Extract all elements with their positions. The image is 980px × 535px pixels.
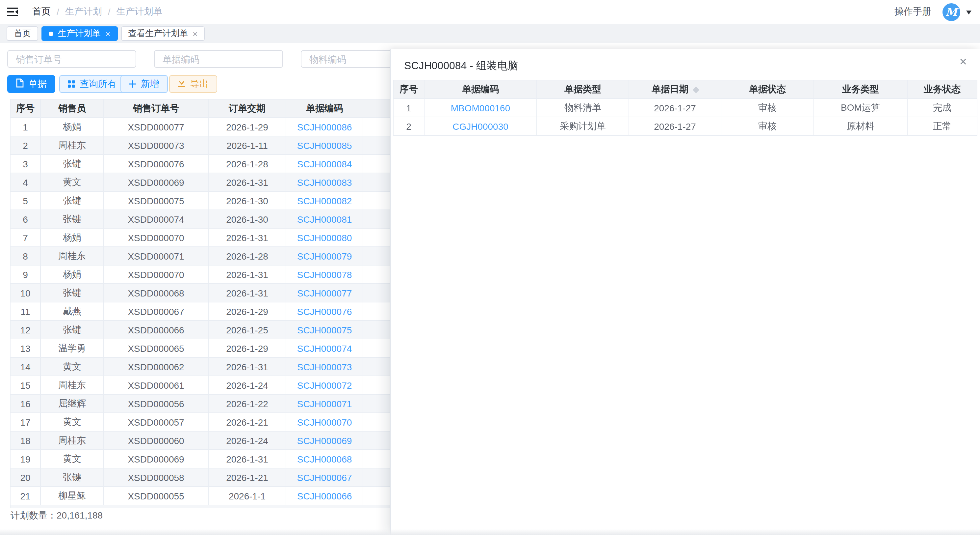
collapse-menu-icon[interactable]	[7, 7, 18, 16]
table-row: 10张键XSDD0000682026-1-31SCJH000077	[10, 284, 396, 302]
panel-table-body: 1MBOM000160物料清单2026-1-27审核BOM运算完成2CGJH00…	[393, 99, 977, 136]
tab-close-icon[interactable]: ×	[105, 29, 110, 38]
add-label: 新增	[141, 78, 159, 90]
panel-close-icon[interactable]: ×	[959, 55, 967, 68]
doc-button-label: 单据	[28, 78, 47, 90]
doc-code-link[interactable]: SCJH000079	[297, 251, 352, 261]
plus-icon	[129, 79, 136, 89]
table-row: 20张键XSDD0000582026-1-21SCJH000067	[10, 468, 396, 487]
doc-code-link[interactable]: SCJH000072	[297, 380, 352, 390]
related-docs-table: 序号 单据编码 单据类型 单据日期 单据状态 业务类型 业务状态 1MBOM00…	[393, 80, 977, 136]
doc-code-link[interactable]: SCJH000086	[297, 121, 352, 132]
table-row: 13温学勇XSDD0000652026-1-29SCJH000074	[10, 339, 396, 358]
download-icon	[178, 79, 186, 89]
tab-view-production-plan[interactable]: 查看生产计划单 ×	[121, 26, 205, 41]
doc-code-link[interactable]: SCJH000082	[297, 195, 352, 206]
breadcrumb-home[interactable]: 首页	[32, 6, 51, 18]
breadcrumb-separator: /	[57, 6, 59, 17]
col-doc-type: 单据类型	[537, 80, 629, 99]
breadcrumb: 首页 / 生产计划 / 生产计划单	[32, 6, 162, 18]
table-row: 21柳星稣XSDD0000552026-1-1SCJH000066	[10, 487, 396, 505]
doc-code-link[interactable]: SCJH000077	[297, 287, 352, 298]
content-area: 单据 查询所有 新增	[0, 43, 980, 535]
col-doc-status: 单据状态	[721, 80, 814, 99]
sort-icon[interactable]	[693, 86, 699, 93]
document-icon	[16, 78, 24, 89]
table-row: 9杨娟XSDD0000702026-1-31SCJH000078	[10, 265, 396, 284]
tab-label: 生产计划单	[58, 28, 101, 40]
doc-code-link[interactable]: SCJH000071	[297, 398, 352, 409]
table-row: 1杨娟XSDD0000772026-1-29SCJH000086	[10, 118, 396, 136]
doc-code-link[interactable]: MBOM000160	[451, 102, 511, 113]
table-row: 18周桂东XSDD0000602026-1-24SCJH000069	[10, 431, 396, 450]
doc-code-link[interactable]: SCJH000074	[297, 343, 352, 353]
table-row: 4黄文XSDD0000692026-1-31SCJH000083	[10, 173, 396, 192]
table-row: 14黄文XSDD0000622026-1-31SCJH000073	[10, 358, 396, 376]
manual-link[interactable]: 操作手册	[894, 6, 931, 18]
col-biz-status: 业务状态	[907, 80, 977, 99]
col-seq: 序号	[10, 99, 40, 118]
table-row: 3张键XSDD0000762026-1-28SCJH000084	[10, 155, 396, 173]
table-row: 12张键XSDD0000662026-1-25SCJH000075	[10, 321, 396, 339]
col-sales-order: 销售订单号	[103, 99, 208, 118]
plan-quantity-summary: 计划数量：20,161,188	[11, 510, 103, 522]
sales-order-input[interactable]	[7, 50, 136, 68]
export-button[interactable]: 导出	[169, 75, 217, 93]
export-label: 导出	[190, 78, 208, 90]
col-doc-code: 单据编码	[286, 99, 363, 118]
doc-code-link[interactable]: SCJH000067	[297, 472, 352, 482]
table-row: 15周桂东XSDD0000612026-1-24SCJH000072	[10, 376, 396, 394]
doc-code-link[interactable]: SCJH000083	[297, 177, 352, 187]
query-all-label: 查询所有	[80, 78, 116, 90]
col-biz-type: 业务类型	[814, 80, 907, 99]
detail-panel: SCJH000084 - 组装电脑 × 序号 单据编码 单据类型 单据日期 单据…	[390, 49, 980, 535]
table-row: 1MBOM000160物料清单2026-1-27审核BOM运算完成	[393, 99, 977, 117]
table-row: 11戴燕XSDD0000672026-1-29SCJH000076	[10, 302, 396, 321]
table-row: 16屈继辉XSDD0000562026-1-22SCJH000071	[10, 394, 396, 413]
query-all-button[interactable]: 查询所有	[59, 75, 125, 93]
grid-icon	[68, 79, 75, 89]
production-plan-table: 序号 销售员 销售订单号 订单交期 单据编码 1杨娟XSDD0000772026…	[10, 99, 396, 505]
tab-close-icon[interactable]: ×	[192, 29, 197, 38]
main-table-body: 1杨娟XSDD0000772026-1-29SCJH0000862周桂东XSDD…	[10, 118, 396, 505]
col-doc-date-label: 单据日期	[652, 83, 689, 94]
table-header-row: 序号 销售员 销售订单号 订单交期 单据编码	[10, 99, 396, 118]
doc-code-link[interactable]: SCJH000075	[297, 324, 352, 335]
table-row: 2周桂东XSDD0000732026-1-11SCJH000085	[10, 136, 396, 155]
doc-code-link[interactable]: SCJH000069	[297, 435, 352, 446]
doc-code-link[interactable]: SCJH000070	[297, 417, 352, 427]
tab-label: 首页	[14, 28, 31, 40]
doc-code-link[interactable]: SCJH000085	[297, 140, 352, 150]
tab-production-plan[interactable]: 生产计划单 ×	[41, 26, 118, 41]
add-button[interactable]: 新增	[121, 75, 168, 93]
breadcrumb-level2[interactable]: 生产计划单	[116, 6, 162, 18]
doc-code-link[interactable]: SCJH000084	[297, 158, 352, 169]
table-row: 8周桂东XSDD0000712026-1-28SCJH000079	[10, 247, 396, 265]
doc-code-link[interactable]: SCJH000066	[297, 490, 352, 501]
doc-code-link[interactable]: SCJH000080	[297, 232, 352, 243]
doc-code-link[interactable]: SCJH000081	[297, 214, 352, 224]
col-doc-code: 单据编码	[424, 80, 537, 99]
doc-code-link[interactable]: SCJH000068	[297, 454, 352, 464]
table-header-row: 序号 单据编码 单据类型 单据日期 单据状态 业务类型 业务状态	[393, 80, 977, 99]
breadcrumb-separator: /	[108, 6, 111, 17]
table-row: 2CGJH000030采购计划单2026-1-27审核原材料正常	[393, 117, 977, 136]
breadcrumb-level1[interactable]: 生产计划	[65, 6, 102, 18]
summary-label: 计划数量：	[11, 510, 57, 521]
doc-button[interactable]: 单据	[7, 75, 55, 93]
table-row: 6张键XSDD0000742026-1-30SCJH000081	[10, 210, 396, 228]
col-seller: 销售员	[40, 99, 103, 118]
user-avatar[interactable]: M	[942, 3, 960, 21]
doc-code-input[interactable]	[154, 50, 283, 68]
top-bar: 首页 / 生产计划 / 生产计划单 操作手册 M	[0, 0, 980, 24]
tab-home[interactable]: 首页	[6, 26, 38, 41]
doc-code-link[interactable]: CGJH000030	[452, 121, 508, 131]
summary-value: 20,161,188	[57, 510, 103, 521]
next-row-sliver	[10, 505, 391, 508]
user-menu-caret-icon[interactable]	[966, 11, 972, 17]
tab-label: 查看生产计划单	[128, 28, 188, 40]
doc-code-link[interactable]: SCJH000078	[297, 269, 352, 280]
doc-code-link[interactable]: SCJH000076	[297, 306, 352, 316]
doc-code-link[interactable]: SCJH000073	[297, 361, 352, 372]
col-doc-date[interactable]: 单据日期	[629, 80, 721, 99]
